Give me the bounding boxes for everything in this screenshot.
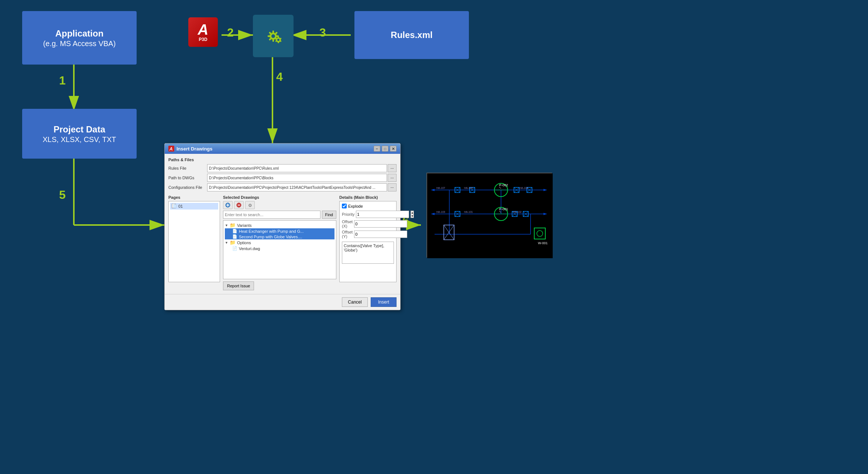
- config-file-browse[interactable]: ···: [388, 183, 397, 191]
- svg-text:HA-108: HA-108: [464, 187, 473, 189]
- rules-xml-box: Rules.xml: [354, 11, 469, 59]
- details-content: Explode Priority ▲ ▼ Offset (X): [339, 201, 397, 282]
- cad-drawing-svg: P-002 P-001 W-001: [427, 173, 553, 258]
- file-label-1: Heat Exchanger with Pump and G...: [239, 229, 303, 233]
- config-file-row: Configurations File ···: [168, 183, 397, 191]
- close-button[interactable]: ✕: [390, 146, 397, 152]
- explode-label: Explode: [348, 204, 363, 208]
- drawings-panel: Selected Drawings: [223, 195, 336, 290]
- priority-label: Priority: [342, 212, 354, 217]
- insert-drawings-dialog: A Insert Drawings − □ ✕ Paths & Files Ru…: [164, 143, 401, 310]
- acad-letter: A: [198, 22, 209, 37]
- page-icon: [172, 204, 177, 209]
- spinner-down[interactable]: ▼: [411, 214, 414, 218]
- app-title: Application: [55, 28, 104, 39]
- svg-rect-21: [278, 37, 279, 38]
- svg-text:HA-102: HA-102: [513, 211, 522, 213]
- rules-file-row: Rules File ···: [168, 164, 397, 172]
- tree-area: ▼ 📁 Variants 📄 Heat Exchanger with Pump …: [223, 220, 336, 279]
- pages-content: 01: [168, 201, 220, 282]
- svg-rect-30: [174, 204, 176, 208]
- details-panel: Details (Main Block) Explode Priority ▲ …: [339, 195, 397, 290]
- add-drawing-btn[interactable]: [223, 201, 233, 209]
- dialog-titlebar: A Insert Drawings − □ ✕: [165, 143, 400, 154]
- pages-panel: Pages 01: [168, 195, 220, 290]
- svg-text:HA-103: HA-103: [436, 211, 445, 213]
- priority-spinner[interactable]: ▲ ▼: [411, 211, 414, 218]
- gear-box: [253, 15, 294, 57]
- autocad-icon: A P3D: [188, 17, 218, 47]
- svg-rect-24: [278, 42, 279, 43]
- contains-text: Contains([Valve Type], 'Globe'): [344, 243, 384, 252]
- folder-icon: 📁: [230, 222, 236, 228]
- svg-text:HA-107: HA-107: [436, 187, 445, 189]
- explode-checkbox[interactable]: [342, 204, 347, 208]
- dialog-title-icon: A: [168, 146, 174, 152]
- path-dwgs-row: Path to DWGs ···: [168, 174, 397, 182]
- path-dwgs-browse[interactable]: ···: [388, 174, 397, 182]
- priority-input[interactable]: [356, 211, 409, 218]
- cancel-button[interactable]: Cancel: [342, 297, 368, 307]
- minimize-button[interactable]: −: [374, 146, 380, 152]
- svg-rect-15: [272, 39, 274, 42]
- tree-item-pump-globe[interactable]: 📄 Second Pump with Globe Valves....: [225, 234, 334, 239]
- folder-variants[interactable]: ▼ 📁 Variants: [225, 222, 334, 228]
- rules-file-browse[interactable]: ···: [388, 164, 397, 172]
- settings-drawing-btn[interactable]: ⚙: [245, 201, 255, 209]
- svg-text:HA-106: HA-106: [519, 187, 528, 189]
- drawings-toolbar: ⚙: [223, 201, 336, 209]
- paths-section-label: Paths & Files: [168, 158, 397, 162]
- file-icon-3: 📄: [232, 246, 237, 251]
- arrow-label-1: 1: [59, 74, 66, 87]
- search-input[interactable]: [223, 211, 320, 219]
- remove-icon: [236, 203, 241, 208]
- explode-row: Explode: [342, 204, 394, 208]
- config-file-label: Configurations File: [168, 185, 207, 190]
- paths-section: Paths & Files Rules File ··· Path to DWG…: [168, 158, 397, 191]
- report-issue-button[interactable]: Report Issue: [223, 281, 254, 290]
- svg-text:P-001: P-001: [499, 207, 508, 211]
- settings-icon: ⚙: [247, 203, 253, 208]
- folder-icon-2: 📁: [230, 240, 236, 245]
- contains-box: Contains([Valve Type], 'Globe'): [342, 242, 394, 264]
- path-dwgs-input[interactable]: [207, 174, 387, 182]
- arrow-label-2: 2: [227, 26, 234, 39]
- offset-x-input[interactable]: [354, 220, 407, 228]
- path-dwgs-label: Path to DWGs: [168, 176, 207, 180]
- folder-options[interactable]: ▼ 📁 Options: [225, 239, 334, 246]
- rules-file-input[interactable]: [207, 164, 387, 172]
- svg-rect-11: [272, 31, 274, 33]
- svg-text:HA-101: HA-101: [464, 211, 473, 213]
- details-label: Details (Main Block): [339, 195, 397, 200]
- restore-button[interactable]: □: [382, 146, 388, 152]
- titlebar-left: A Insert Drawings: [168, 146, 213, 152]
- arrow-label-4: 4: [276, 70, 283, 84]
- offset-y-input[interactable]: [354, 231, 407, 238]
- priority-row: Priority ▲ ▼: [342, 211, 394, 218]
- search-row: Find: [223, 211, 336, 219]
- tree-item-heat-exchanger[interactable]: 📄 Heat Exchanger with Pump and G...: [225, 228, 334, 234]
- svg-point-20: [277, 39, 279, 41]
- offset-x-label: Offset (X): [342, 219, 353, 228]
- insert-button[interactable]: Insert: [371, 297, 397, 307]
- pages-label: Pages: [168, 195, 220, 200]
- file-label-2: Second Pump with Globe Valves....: [239, 235, 302, 239]
- dialog-body: Paths & Files Rules File ··· Path to DWG…: [165, 154, 400, 294]
- svg-text:⚙: ⚙: [248, 203, 252, 208]
- find-button[interactable]: Find: [322, 211, 336, 219]
- titlebar-controls[interactable]: − □ ✕: [374, 146, 397, 152]
- tree-item-venturi[interactable]: 📄 Venturi.dwg: [225, 246, 334, 251]
- dialog-title: Insert Drawings: [176, 146, 213, 152]
- lower-section: Pages 01 Selected Drawings: [168, 195, 397, 290]
- svg-point-10: [271, 34, 275, 38]
- rules-title: Rules.xml: [391, 29, 432, 41]
- page-item-01[interactable]: 01: [170, 203, 218, 210]
- svg-text:P-002: P-002: [499, 183, 508, 187]
- remove-drawing-btn[interactable]: [234, 201, 244, 209]
- config-file-input[interactable]: [207, 183, 387, 191]
- offset-x-row: Offset (X): [342, 219, 394, 228]
- collapse-icon: ▼: [225, 224, 228, 227]
- arrow-label-3: 3: [319, 26, 326, 39]
- spinner-up[interactable]: ▲: [411, 211, 414, 214]
- gear-icon: [258, 21, 288, 51]
